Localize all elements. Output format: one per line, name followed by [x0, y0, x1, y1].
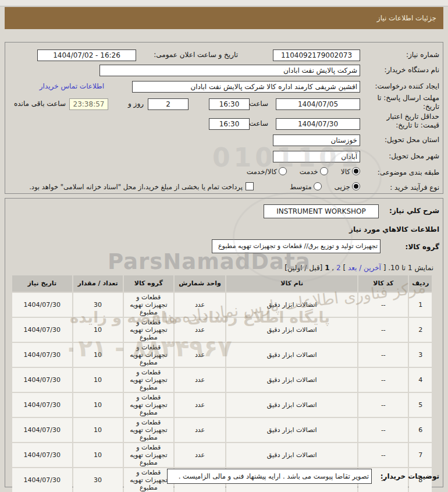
category-radio-group: کالا خدمت کالا/خدمت	[234, 167, 360, 176]
table-header-row: ردیفکد کالانام کالاواحد شمارشگروه کالاتع…	[12, 275, 432, 292]
table-cell: قطعات و تجهیزات تهویه مطبوع	[124, 343, 173, 367]
buyer-org-field[interactable]: شرکت پالایش نفت ابادان	[99, 65, 360, 76]
table-cell: اتصالات ابزار دقیق	[226, 293, 357, 317]
table-cell: قطعات و تجهیزات تهویه مطبوع	[124, 418, 173, 442]
goods-group-field[interactable]: تجهیزات تولید و توزیع برق// قطعات و تجهی…	[212, 239, 381, 253]
table-cell: 2	[409, 318, 432, 342]
table-cell: قطعات و تجهیزات تهویه مطبوع	[124, 293, 173, 317]
table-header-cell: ردیف	[409, 275, 432, 292]
table-cell: --	[358, 318, 408, 342]
process-option-minor[interactable]: جزیی	[335, 182, 360, 191]
table-row: 7--اتصالات ابزار دقیقعددقطعات و تجهیزات …	[12, 443, 432, 467]
countdown-timer: 23:38:57	[69, 98, 108, 110]
goods-group-label: گروه کالا:	[406, 243, 439, 251]
table-header-cell: تعداد / مقدار	[73, 275, 123, 292]
buyer-contact-link[interactable]: اطلاعات تماس خریدار	[40, 82, 104, 90]
category-label: طبقه بندی موضوعی:	[378, 168, 439, 176]
table-cell: 1404/07/30	[12, 393, 72, 417]
radio-goods-icon[interactable]	[352, 167, 360, 175]
radio-service-icon[interactable]	[320, 167, 328, 175]
table-cell: 1	[409, 293, 432, 317]
table-cell: اتصالات ابزار دقیق	[226, 368, 357, 392]
validity-hour-label: ساعت	[249, 119, 268, 128]
deadline-time-field[interactable]: 16:30	[209, 98, 250, 110]
table-cell: --	[358, 443, 408, 467]
table-cell: قطعات و تجهیزات تهویه مطبوع	[124, 468, 173, 492]
table-cell: اتصالات ابزار دقیق	[226, 418, 357, 442]
table-cell: اتصالات ابزار دقیق	[226, 393, 357, 417]
buyer-org-label: نام دستگاه خریدار:	[385, 66, 440, 74]
need-desc-field[interactable]: INSTRUMENT WORKSHOP	[264, 204, 379, 218]
request-info-panel: شماره نیاز: 1104092179002073 تاریخ و ساع…	[5, 42, 443, 194]
table-cell: 5	[409, 393, 432, 417]
table-cell: قطعات و تجهیزات تهویه مطبوع	[124, 393, 173, 417]
table-cell: 6	[409, 418, 432, 442]
table-cell: 10	[73, 343, 123, 367]
table-cell: 7	[409, 443, 432, 467]
treasury-checkbox-wrap[interactable]: پرداخت تمام یا بخشی از مبلغ خرید،از محل …	[29, 182, 254, 191]
province-field[interactable]: خوزستان	[273, 134, 360, 146]
table-cell: --	[358, 343, 408, 367]
table-row: 3--اتصالات ابزار دقیقعددقطعات و تجهیزات …	[12, 343, 432, 367]
table-cell: 1404/07/30	[12, 318, 72, 342]
page-title: جزئیات اطلاعات نیاز	[5, 7, 443, 29]
validity-label: حداقل تاریخ اعتبار قیمت: تا تاریخ:	[371, 112, 439, 130]
table-row: 4--اتصالات ابزار دقیقعددقطعات و تجهیزات …	[12, 368, 432, 392]
table-row: 1--اتصالات ابزار دقیقعددقطعات و تجهیزات …	[12, 293, 432, 317]
process-label: نوع فرآیند خرید :	[390, 183, 439, 192]
need-number-field[interactable]: 1104092179002073	[273, 49, 360, 61]
category-option-label: کالا	[341, 168, 350, 176]
pagination-page-1-current: 1	[325, 264, 329, 272]
announce-datetime-field[interactable]: 1404/07/02 - 16:26	[37, 49, 136, 61]
validity-time-field[interactable]: 16:30	[209, 118, 250, 130]
category-option-goods[interactable]: کالا	[341, 167, 360, 176]
deadline-label: مهلت ارسال پاسخ: تا تاریخ:	[371, 94, 439, 111]
remaining-days-field[interactable]: 2	[148, 98, 189, 110]
validity-date-field[interactable]: 1404/07/30	[276, 118, 360, 130]
pagination-showing: نمایش 1 تا 10. [	[383, 264, 433, 272]
table-cell: عدد	[175, 293, 225, 317]
top-strip	[0, 0, 448, 6]
table-cell: 1404/07/30	[12, 343, 72, 367]
pagination-last-next-link[interactable]: آخرین / بعد	[348, 264, 381, 272]
table-cell: اتصالات ابزار دقیق	[226, 318, 357, 342]
table-cell: قطعات و تجهیزات تهویه مطبوع	[124, 318, 173, 342]
table-row: 2--اتصالات ابزار دقیقعددقطعات و تجهیزات …	[12, 318, 432, 342]
table-cell: 10	[73, 443, 123, 467]
table-cell: 10	[73, 418, 123, 442]
table-cell: عدد	[175, 443, 225, 467]
pagination-page-2-link[interactable]: 2	[336, 264, 341, 272]
buyer-notes-field[interactable]: تصویر تقاضا پیوست می باشد . ارایه پیشنها…	[167, 469, 372, 484]
radio-minor-icon[interactable]	[352, 182, 360, 190]
table-row: 5--اتصالات ابزار دقیقعددقطعات و تجهیزات …	[12, 393, 432, 417]
deadline-date-field[interactable]: 1404/07/05	[276, 98, 360, 110]
table-header-cell: واحد شمارش	[175, 275, 225, 292]
page-root: { "titlebar": { "title": "جزئیات اطلاعات…	[0, 0, 448, 492]
radio-medium-icon[interactable]	[314, 182, 322, 190]
table-cell: 1404/07/30	[12, 443, 72, 467]
pagination-comma: ,	[332, 264, 334, 272]
process-option-medium[interactable]: متوسط	[290, 182, 322, 191]
pagination-bracket: ]	[343, 264, 346, 272]
city-field[interactable]: آبادان	[273, 151, 360, 162]
category-option-goods-service[interactable]: کالا/خدمت	[247, 167, 287, 176]
table-cell: --	[358, 418, 408, 442]
table-cell: عدد	[175, 318, 225, 342]
table-cell: --	[358, 393, 408, 417]
table-cell: 30	[73, 468, 123, 492]
process-radio-group: جزیی متوسط پرداخت تمام یا بخشی از مبلغ خ…	[26, 182, 360, 191]
table-cell: 4	[409, 368, 432, 392]
table-cell: 1404/07/30	[12, 293, 72, 317]
requester-field[interactable]: افشین شریفی کارمند اداره کالا شرکت پالای…	[132, 81, 360, 93]
pagination-prev-first: [قبل / اولین]	[285, 264, 322, 272]
items-table: ردیفکد کالانام کالاواحد شمارشگروه کالاتع…	[11, 274, 433, 492]
radio-goods-service-icon[interactable]	[279, 167, 287, 175]
city-label: شهر محل تحویل:	[389, 152, 439, 160]
table-cell: 1404/07/30	[12, 368, 72, 392]
treasury-checkbox[interactable]	[246, 182, 254, 190]
table-header-cell: نام کالا	[226, 275, 357, 292]
table-header-cell: گروه کالا	[124, 275, 173, 292]
buyer-notes-label: توضیحات خریدار:	[381, 472, 439, 480]
need-number-label: شماره نیاز:	[406, 51, 439, 59]
category-option-service[interactable]: خدمت	[300, 167, 328, 176]
